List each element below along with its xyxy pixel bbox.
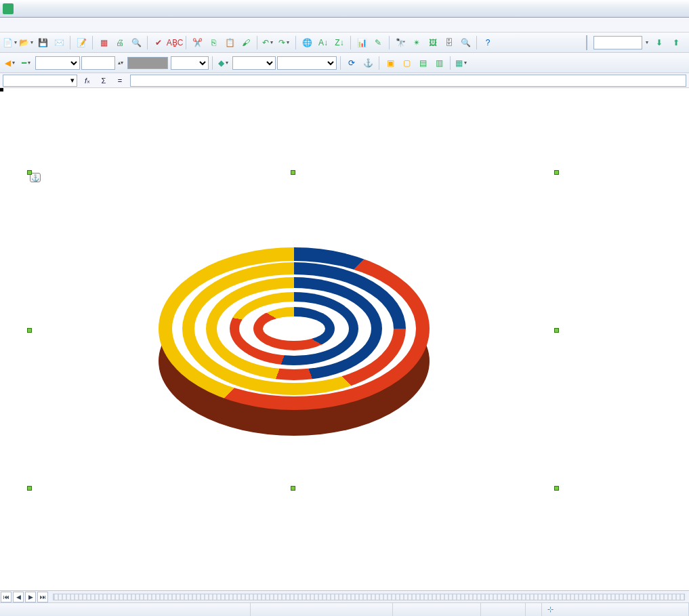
print-button[interactable]: 🖨 [112, 35, 127, 50]
line-style-select[interactable] [35, 56, 80, 70]
show-draw-functions-button[interactable]: ✎ [371, 35, 385, 50]
line-style-picker[interactable]: ━▾ [19, 56, 34, 70]
object-toolbar: ◀▾ ━▾ ▴▾ ◆▾ ⟳ ⚓ ▣ ▢ ▤ ▥ ▦▾ [0, 53, 689, 73]
status-modified [526, 603, 542, 616]
format-paintbrush-button[interactable]: 🖌 [238, 35, 253, 50]
resize-handle[interactable] [27, 486, 32, 491]
status-page-style[interactable] [251, 603, 393, 616]
line-color-swatch[interactable] [127, 57, 168, 69]
chart-plot-area [145, 227, 443, 457]
fill-color-select[interactable] [277, 56, 337, 70]
anchor-button[interactable]: ⚓ [360, 56, 375, 70]
help-button[interactable]: ? [480, 35, 495, 50]
find-input[interactable] [593, 36, 642, 49]
insert-chart-button[interactable]: 📊 [354, 35, 369, 50]
cut-button[interactable]: ✂️ [190, 35, 205, 50]
find-prev-button[interactable]: ⬇ [652, 35, 667, 50]
menubar [0, 18, 689, 33]
auto-spellcheck-button[interactable]: AḆC [167, 35, 182, 50]
find-next-button[interactable]: ⬆ [669, 35, 684, 50]
status-coords: ⊹ [542, 603, 689, 616]
export-pdf-button[interactable]: ▦ [96, 35, 111, 50]
line-ending-start-button[interactable]: ◀▾ [3, 56, 18, 70]
undo-button[interactable]: ↶▾ [261, 35, 276, 50]
resize-handle[interactable] [27, 170, 32, 175]
tab-nav-next[interactable]: ▶ [25, 592, 36, 602]
sort-desc-button[interactable]: Z↓ [332, 35, 347, 50]
print-preview-button[interactable]: 🔍 [129, 35, 144, 50]
line-color-select[interactable] [171, 56, 209, 70]
paste-button[interactable]: 📋 [222, 35, 237, 50]
horizontal-scrollbar[interactable] [53, 594, 685, 600]
rotate-button[interactable]: ⟳ [344, 56, 359, 70]
formula-bar-row: ▾ fₓ Σ = [0, 73, 689, 88]
resize-handle[interactable] [291, 486, 295, 491]
tab-nav-prev[interactable]: ◀ [13, 592, 24, 602]
resize-handle[interactable] [27, 328, 32, 333]
find-replace-button[interactable]: 🔭 [393, 35, 408, 50]
bring-front-button[interactable]: ▣ [383, 56, 398, 70]
line-width-spinner[interactable]: ▴▾ [117, 60, 125, 66]
hyperlink-button[interactable]: 🌐 [299, 35, 314, 50]
formula-input[interactable] [130, 75, 686, 87]
function-wizard-button[interactable]: fₓ [81, 75, 93, 87]
status-insert-mode[interactable] [393, 603, 481, 616]
gallery-button[interactable]: 🖼 [425, 35, 440, 50]
new-doc-button[interactable]: 📄▾ [3, 35, 18, 50]
spellcheck-button[interactable]: ✔ [151, 35, 166, 50]
sum-button[interactable]: Σ [98, 75, 110, 87]
find-dropdown-icon[interactable]: ▾ [644, 39, 650, 45]
email-button[interactable]: ✉️ [51, 35, 66, 50]
standard-toolbar: 📄▾ 📂▾ 💾 ✉️ 📝 ▦ 🖨 🔍 ✔ AḆC ✂️ ⎘ 📋 🖌 ↶▾ ↷▾ … [0, 33, 689, 53]
sheet-tabs-bar: ⏮ ◀ ▶ ⏭ [0, 590, 689, 602]
foreground-button[interactable]: ▤ [415, 56, 430, 70]
redo-button[interactable]: ↷▾ [277, 35, 292, 50]
resize-handle[interactable] [554, 486, 559, 491]
active-cell-cursor [0, 88, 3, 91]
navigator-button[interactable]: ✴ [409, 35, 424, 50]
resize-handle[interactable] [554, 170, 559, 175]
copy-button[interactable]: ⎘ [206, 35, 221, 50]
open-button[interactable]: 📂▾ [19, 35, 34, 50]
alignment-button[interactable]: ▦▾ [454, 56, 469, 70]
tab-nav-first[interactable]: ⏮ [1, 592, 12, 602]
zoom-button[interactable]: 🔍 [458, 35, 473, 50]
chart-object[interactable]: ⚓ [30, 173, 556, 488]
save-button[interactable]: 💾 [35, 35, 50, 50]
titlebar [0, 0, 689, 18]
send-back-button[interactable]: ▢ [399, 56, 414, 70]
area-fill-button[interactable]: ◆▾ [216, 56, 231, 70]
fill-style-select[interactable] [232, 56, 276, 70]
statusbar: ⊹ [0, 602, 689, 616]
sheet-area[interactable]: ⚓ [0, 88, 689, 590]
status-selection-mode[interactable] [481, 603, 526, 616]
data-sources-button[interactable]: 🗄 [442, 35, 457, 50]
line-width-input[interactable] [81, 56, 115, 70]
background-button[interactable]: ▥ [432, 56, 446, 70]
resize-handle[interactable] [291, 170, 295, 175]
equals-button[interactable]: = [114, 75, 126, 87]
sort-asc-button[interactable]: A↓ [316, 35, 331, 50]
name-box-dropdown-icon[interactable]: ▾ [70, 76, 75, 85]
tab-nav-last[interactable]: ⏭ [37, 592, 48, 602]
edit-file-button[interactable]: 📝 [74, 35, 89, 50]
app-icon [3, 3, 14, 14]
resize-handle[interactable] [554, 328, 559, 333]
name-box[interactable]: ▾ [3, 75, 77, 87]
